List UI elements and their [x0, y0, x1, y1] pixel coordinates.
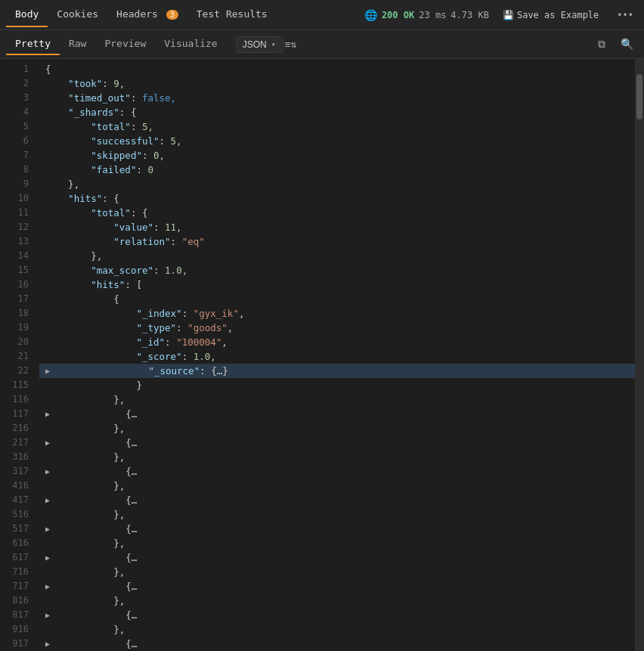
- response-size: 4.73 KB: [450, 10, 489, 20]
- code-line: "max_score": 1.0,: [39, 263, 635, 277]
- tab-visualize[interactable]: Visualize: [155, 33, 226, 55]
- code-line: "hits": [: [39, 277, 635, 292]
- code-line: "_id": "100004",: [39, 335, 635, 349]
- response-status: 🌐 200 OK 23 ms 4.73 KB: [364, 9, 489, 21]
- code-line: },: [39, 479, 635, 493]
- line-number: 21: [0, 349, 33, 364]
- tab-headers[interactable]: Headers 3: [107, 2, 187, 27]
- format-selector[interactable]: JSON XML HTML Text: [236, 36, 283, 53]
- response-time: 23 ms: [419, 10, 446, 20]
- code-line: "failed": 0: [39, 163, 635, 177]
- save-example-button[interactable]: 💾 Save as Example: [498, 8, 603, 23]
- fold-arrow[interactable]: [45, 637, 56, 651]
- code-content[interactable]: { "took": 9, "timed_out": false, "_shard…: [39, 59, 635, 651]
- tab-preview[interactable]: Preview: [95, 33, 155, 55]
- code-line: },: [39, 177, 635, 191]
- line-number: 416: [0, 479, 33, 493]
- line-number: 11: [0, 206, 33, 220]
- fold-arrow[interactable]: [45, 407, 56, 421]
- line-number: 3: [0, 91, 33, 105]
- code-line: {…: [39, 522, 635, 536]
- line-number: 22: [0, 364, 33, 378]
- line-number: 916: [0, 622, 33, 637]
- save-icon: 💾: [503, 10, 514, 20]
- code-line: {…: [39, 464, 635, 479]
- headers-badge: 3: [166, 10, 178, 20]
- status-code: 200 OK: [382, 10, 414, 20]
- code-line: {…: [39, 550, 635, 565]
- fold-arrow[interactable]: [45, 579, 56, 594]
- code-line: "total": {: [39, 206, 635, 220]
- line-number: 12: [0, 220, 33, 234]
- code-line: {: [39, 62, 635, 76]
- line-number: 1: [0, 62, 33, 76]
- line-number: 517: [0, 522, 33, 536]
- filter-button[interactable]: ≡⇅: [282, 36, 300, 53]
- code-line: "successful": 5,: [39, 134, 635, 148]
- fold-arrow[interactable]: [45, 608, 56, 622]
- code-line: "_type": "goods",: [39, 321, 635, 335]
- code-line: },: [39, 392, 635, 407]
- status-bar: 🌐 200 OK 23 ms 4.73 KB 💾 Save as Example…: [364, 8, 638, 23]
- top-tab-bar: Body Cookies Headers 3 Test Results 🌐 20…: [0, 0, 644, 30]
- code-line: },: [39, 450, 635, 464]
- line-number: 917: [0, 637, 33, 651]
- tab-body[interactable]: Body: [6, 2, 48, 27]
- line-number: 317: [0, 464, 33, 479]
- code-line: "skipped": 0,: [39, 148, 635, 163]
- tab-test-results[interactable]: Test Results: [187, 2, 277, 27]
- code-line: },: [39, 421, 635, 436]
- code-line: }: [39, 378, 635, 392]
- line-number: 19: [0, 321, 33, 335]
- line-number: 4: [0, 105, 33, 119]
- code-line: "value": 11,: [39, 220, 635, 234]
- line-number: 617: [0, 550, 33, 565]
- more-options-button[interactable]: •••: [612, 8, 638, 23]
- line-number: 10: [0, 191, 33, 206]
- fold-arrow[interactable]: [45, 493, 56, 507]
- line-number: 115: [0, 378, 33, 392]
- code-line: "relation": "eq": [39, 234, 635, 249]
- globe-icon: 🌐: [364, 9, 377, 21]
- line-number: 816: [0, 594, 33, 608]
- code-line: {…: [39, 637, 635, 651]
- fold-arrow[interactable]: [45, 436, 56, 450]
- code-line: },: [39, 249, 635, 263]
- scrollbar-track[interactable]: [635, 59, 644, 651]
- tab-raw[interactable]: Raw: [60, 33, 95, 55]
- line-number: 6: [0, 134, 33, 148]
- line-number: 316: [0, 450, 33, 464]
- code-line: {…: [39, 579, 635, 594]
- fold-arrow[interactable]: [45, 522, 56, 536]
- code-line: "hits": {: [39, 191, 635, 206]
- line-number: 17: [0, 292, 33, 306]
- fold-arrow[interactable]: [45, 364, 56, 378]
- line-number: 16: [0, 277, 33, 292]
- line-number: 7: [0, 148, 33, 163]
- code-line: "_index": "gyx_ik",: [39, 306, 635, 321]
- tab-pretty[interactable]: Pretty: [6, 33, 60, 55]
- copy-icon: ⧉: [598, 38, 605, 50]
- line-number: 616: [0, 536, 33, 550]
- line-number: 20: [0, 335, 33, 349]
- fold-arrow[interactable]: [45, 550, 56, 565]
- line-number: 9: [0, 177, 33, 191]
- code-line: {…: [39, 436, 635, 450]
- line-number: 5: [0, 119, 33, 134]
- code-line: {: [39, 292, 635, 306]
- fold-arrow[interactable]: [45, 464, 56, 479]
- line-number: 2: [0, 76, 33, 91]
- code-line: {…: [39, 608, 635, 622]
- line-number: 8: [0, 163, 33, 177]
- line-number: 14: [0, 249, 33, 263]
- tab-cookies[interactable]: Cookies: [48, 2, 107, 27]
- code-line: "timed_out": false,: [39, 91, 635, 105]
- line-numbers: 1234567891011121314151617181920212211511…: [0, 59, 39, 651]
- copy-button[interactable]: ⧉: [593, 35, 610, 54]
- line-number: 18: [0, 306, 33, 321]
- editor-area: 1234567891011121314151617181920212211511…: [0, 59, 644, 651]
- code-line: "_shards": {: [39, 105, 635, 119]
- scrollbar-thumb[interactable]: [636, 74, 642, 119]
- search-button[interactable]: 🔍: [616, 35, 638, 54]
- line-number: 817: [0, 608, 33, 622]
